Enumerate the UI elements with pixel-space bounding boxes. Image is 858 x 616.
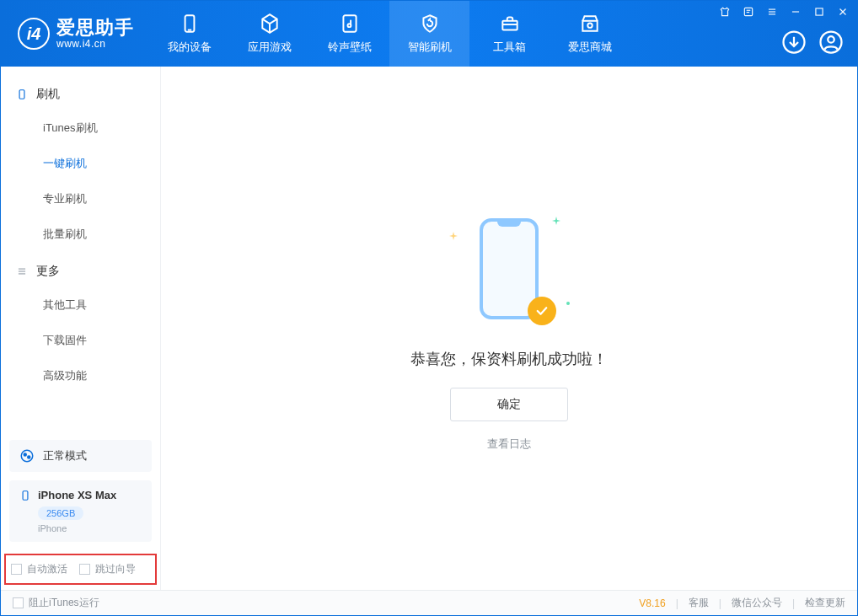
sparkle-icon	[551, 216, 561, 226]
highlighted-checkbox-row: 自动激活 跳过向导	[4, 554, 157, 585]
checkbox-label: 跳过向导	[95, 562, 136, 576]
support-link[interactable]: 客服	[689, 596, 709, 610]
user-icon[interactable]	[818, 29, 844, 55]
svg-rect-26	[23, 490, 28, 500]
logo-icon: i4	[18, 18, 50, 50]
main-area: 刷机 iTunes刷机 一键刷机 专业刷机 批量刷机 更多 其他工具 下载固件 …	[1, 67, 857, 590]
checkbox-label: 自动激活	[27, 562, 67, 576]
mode-label: 正常模式	[43, 448, 87, 463]
nav-toolbox[interactable]: 工具箱	[469, 1, 550, 67]
app-name: 爱思助手	[56, 17, 134, 38]
nav-smart-flash[interactable]: 智能刷机	[389, 1, 469, 67]
svg-rect-19	[19, 90, 24, 99]
nav-apps-games[interactable]: 应用游戏	[229, 1, 309, 67]
svg-point-18	[828, 36, 834, 43]
status-bar: 阻止iTunes运行 V8.16 | 客服 | 微信公众号 | 检查更新	[1, 590, 857, 615]
cube-icon	[259, 13, 281, 35]
nav-label: 铃声壁纸	[328, 40, 372, 55]
list-icon	[16, 265, 28, 277]
checkbox-icon	[11, 564, 22, 575]
svg-point-24	[24, 453, 26, 456]
top-right-actions	[781, 29, 844, 55]
mode-card[interactable]: 正常模式	[9, 440, 152, 472]
svg-rect-4	[502, 21, 517, 30]
checkbox-icon	[13, 597, 24, 608]
feedback-icon[interactable]	[743, 6, 754, 18]
svg-point-3	[347, 24, 351, 27]
checkbox-label: 阻止iTunes运行	[29, 596, 99, 610]
success-illustration	[433, 206, 585, 332]
music-file-icon	[339, 13, 361, 35]
checkbox-skip-guide[interactable]: 跳过向导	[79, 562, 136, 576]
sidebar-item-advanced[interactable]: 高级功能	[1, 358, 160, 394]
mode-icon	[19, 448, 35, 463]
sidebar-bottom: 正常模式 iPhone XS Max 256GB iPhone	[1, 440, 160, 549]
sidebar-item-batch-flash[interactable]: 批量刷机	[1, 217, 160, 252]
device-name: iPhone XS Max	[38, 489, 116, 501]
checkbox-block-itunes[interactable]: 阻止iTunes运行	[13, 596, 99, 610]
sidebar-group-more[interactable]: 更多	[1, 252, 160, 287]
nav-my-device[interactable]: 我的设备	[149, 1, 229, 67]
top-bar: i4 爱思助手 www.i4.cn 我的设备 应用游戏 铃声壁纸 智能刷机 工具…	[1, 1, 857, 67]
main-nav: 我的设备 应用游戏 铃声壁纸 智能刷机 工具箱 爱思商城	[149, 1, 630, 67]
tshirt-icon[interactable]	[719, 6, 731, 18]
sidebar: 刷机 iTunes刷机 一键刷机 专业刷机 批量刷机 更多 其他工具 下载固件 …	[1, 67, 161, 590]
nav-store[interactable]: 爱思商城	[550, 1, 630, 67]
svg-point-25	[28, 456, 30, 458]
wechat-link[interactable]: 微信公众号	[732, 596, 782, 610]
nav-label: 应用游戏	[248, 40, 292, 55]
minimize-icon[interactable]	[790, 6, 802, 18]
close-icon[interactable]	[837, 6, 849, 18]
check-badge-icon	[528, 297, 556, 325]
sidebar-item-download-firmware[interactable]: 下载固件	[1, 323, 160, 358]
svg-point-23	[21, 450, 33, 462]
device-icon	[179, 13, 201, 35]
toolbox-icon	[499, 13, 521, 35]
maximize-icon[interactable]	[813, 6, 825, 18]
nav-label: 爱思商城	[568, 40, 612, 55]
view-log-link[interactable]: 查看日志	[487, 437, 531, 452]
content-area: 恭喜您，保资料刷机成功啦！ 确定 查看日志	[161, 67, 857, 590]
checkbox-auto-activate[interactable]: 自动激活	[11, 562, 67, 576]
success-message: 恭喜您，保资料刷机成功啦！	[410, 349, 608, 369]
app-logo[interactable]: i4 爱思助手 www.i4.cn	[1, 1, 149, 67]
sidebar-item-other-tools[interactable]: 其他工具	[1, 287, 160, 323]
sparkle-icon	[448, 231, 458, 241]
device-type: iPhone	[38, 523, 142, 533]
nav-ringtone-wallpaper[interactable]: 铃声壁纸	[309, 1, 389, 67]
menu-icon[interactable]	[766, 6, 778, 18]
app-url: www.i4.cn	[56, 39, 134, 51]
device-card[interactable]: iPhone XS Max 256GB iPhone	[9, 480, 152, 542]
svg-point-5	[587, 23, 592, 27]
checkbox-icon	[79, 564, 90, 575]
sidebar-group-flash[interactable]: 刷机	[1, 75, 160, 110]
store-icon	[579, 13, 601, 35]
download-icon[interactable]	[781, 29, 807, 55]
svg-rect-13	[816, 8, 823, 15]
nav-label: 智能刷机	[408, 40, 452, 55]
nav-label: 我的设备	[168, 40, 212, 55]
nav-label: 工具箱	[493, 40, 526, 55]
ok-button[interactable]: 确定	[450, 388, 568, 421]
sidebar-item-oneclick-flash[interactable]: 一键刷机	[1, 146, 160, 181]
version-label: V8.16	[639, 597, 665, 609]
sidebar-item-itunes-flash[interactable]: iTunes刷机	[1, 110, 160, 146]
phone-icon	[16, 88, 28, 100]
sidebar-item-pro-flash[interactable]: 专业刷机	[1, 181, 160, 217]
check-update-link[interactable]: 检查更新	[805, 596, 845, 610]
window-controls	[719, 6, 849, 18]
sparkle-icon	[563, 298, 573, 308]
svg-point-27	[566, 302, 570, 305]
refresh-shield-icon	[419, 13, 441, 35]
phone-small-icon	[19, 490, 31, 501]
device-capacity: 256GB	[38, 506, 83, 520]
